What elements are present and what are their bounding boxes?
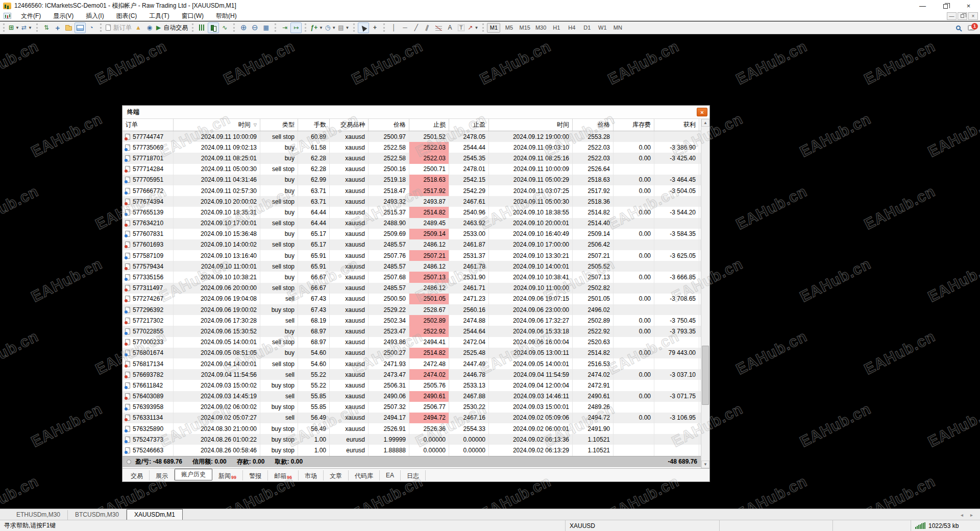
timeframe-button-m15[interactable]: M15	[518, 23, 531, 33]
search-icon[interactable]	[956, 26, 961, 30]
table-row[interactable]: 5764030892024.09.03 14:45:19sell55.85xau…	[122, 391, 709, 402]
fibonacci-button[interactable]	[433, 22, 444, 33]
chart-document-icon[interactable]	[4, 13, 11, 19]
column-header-11[interactable]: 获利	[654, 119, 699, 131]
menu-item-2[interactable]: 插入(I)	[80, 11, 110, 21]
indicators-button[interactable]: ƒ+▼	[309, 22, 324, 33]
chart-tab-0[interactable]: ETHUSDm,M30	[9, 510, 68, 520]
candlestick-chart-button[interactable]	[208, 22, 219, 33]
menu-item-0[interactable]: 文件(F)	[15, 11, 47, 21]
table-row[interactable]: 5776551392024.09.10 18:35:31buy64.44xauu…	[122, 207, 709, 218]
menu-item-5[interactable]: 窗口(W)	[176, 11, 210, 21]
column-header-7[interactable]: 止盈	[449, 119, 489, 131]
zoom-out-button[interactable]: ⊖	[249, 22, 260, 33]
column-header-5[interactable]: 价格	[369, 119, 409, 131]
periods-button[interactable]: ◷▼	[324, 22, 337, 33]
table-row[interactable]: 5777447472024.09.11 10:00:09sell stop60.…	[122, 131, 709, 142]
menu-item-1[interactable]: 显示(V)	[47, 11, 80, 21]
chart-tab-1[interactable]: BTCUSDm,M30	[68, 510, 127, 520]
terminal-titlebar[interactable]: 终端 ×	[122, 106, 709, 119]
timeframe-button-m30[interactable]: M30	[534, 23, 548, 33]
tile-windows-button[interactable]: ▦	[260, 22, 272, 33]
table-row[interactable]: 5766937822024.09.04 11:54:56sell55.22xau…	[122, 369, 709, 380]
terminal-tab-9[interactable]: EA	[380, 470, 401, 480]
timeframe-button-m1[interactable]: M1	[487, 23, 500, 33]
column-header-10[interactable]: 库存费	[614, 119, 654, 131]
timeframe-button-mn[interactable]: MN	[611, 23, 624, 33]
table-row[interactable]: 5775871092024.09.10 13:16:40buy65.91xauu…	[122, 250, 709, 261]
arrows-button[interactable]: ↗▼	[467, 22, 479, 33]
terminal-tab-3[interactable]: 新闻99	[212, 470, 243, 480]
crosshair-button[interactable]: +	[369, 22, 380, 33]
column-header-1[interactable]: 时间▽	[174, 119, 260, 131]
terminal-tab-7[interactable]: 文章	[324, 470, 349, 480]
table-row[interactable]: 5770002332024.09.05 14:00:01sell stop68.…	[122, 337, 709, 348]
table-row[interactable]: 5777059512024.09.11 04:31:46buy62.99xauu…	[122, 175, 709, 185]
menu-item-6[interactable]: 帮助(H)	[210, 11, 243, 21]
table-row[interactable]: 5752466632024.08.26 00:58:46buy stop1.00…	[122, 445, 709, 455]
column-header-4[interactable]: 交易品种	[330, 119, 369, 131]
table-row[interactable]: 5777142842024.09.11 05:00:30sell stop62.…	[122, 164, 709, 175]
table-row[interactable]: 5752473732024.08.26 01:00:22buy stop1.00…	[122, 434, 709, 445]
table-row[interactable]: 5775794342024.09.10 11:00:01sell stop65.…	[122, 261, 709, 272]
chart-shift-button[interactable]: ↦	[290, 22, 302, 33]
strategy-tester-button[interactable]: ◔	[86, 22, 97, 33]
timeframe-button-w1[interactable]: W1	[596, 23, 609, 33]
mdi-restore-button[interactable]	[958, 12, 967, 20]
notifications-icon[interactable]: 1	[968, 25, 975, 31]
timeframe-button-m5[interactable]: M5	[502, 23, 516, 33]
table-row[interactable]: 5776016932024.09.10 14:00:02sell stop65.…	[122, 239, 709, 250]
zoom-in-button[interactable]: ⊕	[238, 22, 249, 33]
timeframe-button-h1[interactable]: H1	[550, 23, 563, 33]
window-restore-button[interactable]	[934, 0, 957, 11]
profiles-button[interactable]: ⇄▼	[20, 22, 33, 33]
column-header-8[interactable]: 时间	[489, 119, 573, 131]
table-row[interactable]: 5763939582024.09.02 06:00:02buy stop55.8…	[122, 402, 709, 413]
scroll-up-button[interactable]: ▲	[701, 119, 709, 127]
window-close-button[interactable]: ×	[957, 0, 980, 11]
mdi-minimize-button[interactable]: —	[947, 12, 957, 20]
metaeditor-button[interactable]: ▲	[133, 22, 144, 33]
navigator-button[interactable]	[63, 22, 75, 33]
table-row[interactable]: 5772742672024.09.06 19:04:08sell67.43xau…	[122, 294, 709, 304]
cursor-button[interactable]	[358, 22, 369, 33]
terminal-tab-1[interactable]: 展示	[150, 470, 175, 480]
terminal-close-button[interactable]: ×	[697, 108, 707, 116]
terminal-tab-8[interactable]: 代码库	[349, 470, 380, 480]
chart-tab-2[interactable]: XAUUSDm,M1	[127, 509, 183, 520]
trendline-button[interactable]: ╱	[410, 22, 422, 33]
table-row[interactable]: 5772173022024.09.06 17:30:28sell68.19xau…	[122, 315, 709, 326]
table-row[interactable]: 5777350692024.09.11 09:02:13buy61.58xauu…	[122, 142, 709, 153]
table-row[interactable]: 5766118422024.09.03 15:00:02buy stop55.2…	[122, 380, 709, 391]
column-header-0[interactable]: 订单	[122, 119, 174, 131]
new-chart-button[interactable]: ⊞▼	[8, 22, 20, 33]
text-label-button[interactable]: T	[455, 22, 467, 33]
table-row[interactable]: 5768171342024.09.04 14:00:01sell stop54.…	[122, 358, 709, 369]
autotrading-button[interactable]: ▶自动交易	[155, 22, 189, 33]
table-row[interactable]: 5777187012024.09.11 08:25:01buy62.28xauu…	[122, 153, 709, 163]
column-header-6[interactable]: 止损	[409, 119, 449, 131]
data-window-button[interactable]: +	[52, 22, 63, 33]
table-row[interactable]: 5776743942024.09.10 20:00:02sell stop63.…	[122, 196, 709, 207]
table-row[interactable]: 5776342102024.09.10 17:00:01sell stop64.…	[122, 218, 709, 229]
channel-button[interactable]: ∥	[422, 22, 433, 33]
auto-scroll-button[interactable]: ⇥	[279, 22, 290, 33]
table-row[interactable]: 5763311342024.09.02 05:07:27sell56.49xau…	[122, 413, 709, 423]
terminal-tab-2[interactable]: 账户历史	[175, 469, 212, 480]
line-chart-button[interactable]: ∿	[219, 22, 230, 33]
timeframe-button-d1[interactable]: D1	[580, 23, 594, 33]
window-minimize-button[interactable]: —	[911, 0, 934, 11]
terminal-tab-0[interactable]: 交易	[125, 470, 150, 480]
text-button[interactable]: A	[444, 22, 455, 33]
timeframe-button-h4[interactable]: H4	[565, 23, 578, 33]
scrollbar-thumb[interactable]	[702, 346, 709, 405]
column-header-9[interactable]: 价格	[573, 119, 614, 131]
table-row[interactable]: 5773351562024.09.10 10:38:21buy66.67xauu…	[122, 272, 709, 282]
column-header-3[interactable]: 手数	[298, 119, 330, 131]
column-header-2[interactable]: 类型	[260, 119, 298, 131]
menu-item-4[interactable]: 工具(T)	[143, 11, 175, 21]
tab-scroll-right-icon[interactable]: ▸	[970, 512, 973, 518]
terminal-tab-4[interactable]: 警报	[243, 470, 268, 480]
terminal-button[interactable]	[75, 22, 86, 33]
bar-chart-button[interactable]	[197, 22, 208, 33]
